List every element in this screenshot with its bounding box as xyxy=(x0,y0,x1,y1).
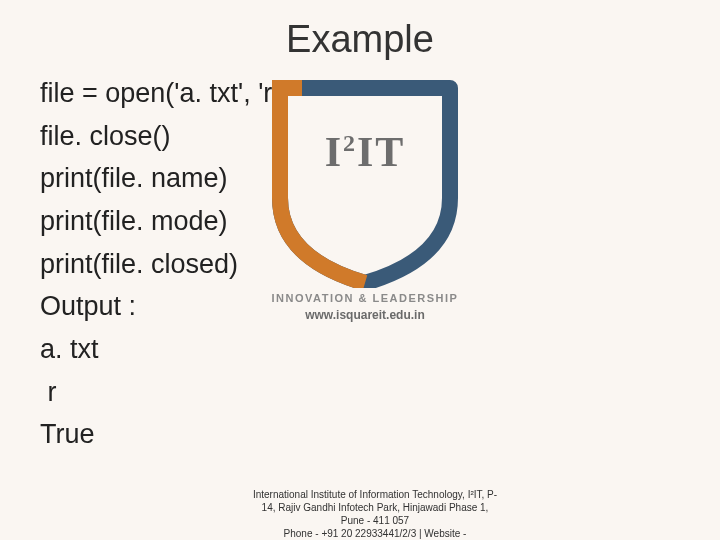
logo-suffix: IT xyxy=(357,129,405,175)
code-line: r xyxy=(40,371,286,414)
logo-prefix: I xyxy=(325,129,343,175)
svg-rect-0 xyxy=(272,80,302,96)
institution-logo: I2IT INNOVATION & LEADERSHIP www.isquare… xyxy=(250,78,480,322)
shield-icon: I2IT xyxy=(260,78,470,288)
footer-contact: Phone - +91 20 22933441/2/3 | Website - xyxy=(250,527,500,540)
slide-title: Example xyxy=(0,18,720,61)
slide-footer: International Institute of Information T… xyxy=(250,488,500,540)
logo-superscript: 2 xyxy=(343,130,357,156)
code-line: True xyxy=(40,413,286,456)
code-line: a. txt xyxy=(40,328,286,371)
logo-tagline: INNOVATION & LEADERSHIP xyxy=(250,292,480,304)
logo-website: www.isquareit.edu.in xyxy=(250,308,480,322)
logo-text: I2IT xyxy=(260,128,470,176)
footer-address: International Institute of Information T… xyxy=(250,488,500,527)
